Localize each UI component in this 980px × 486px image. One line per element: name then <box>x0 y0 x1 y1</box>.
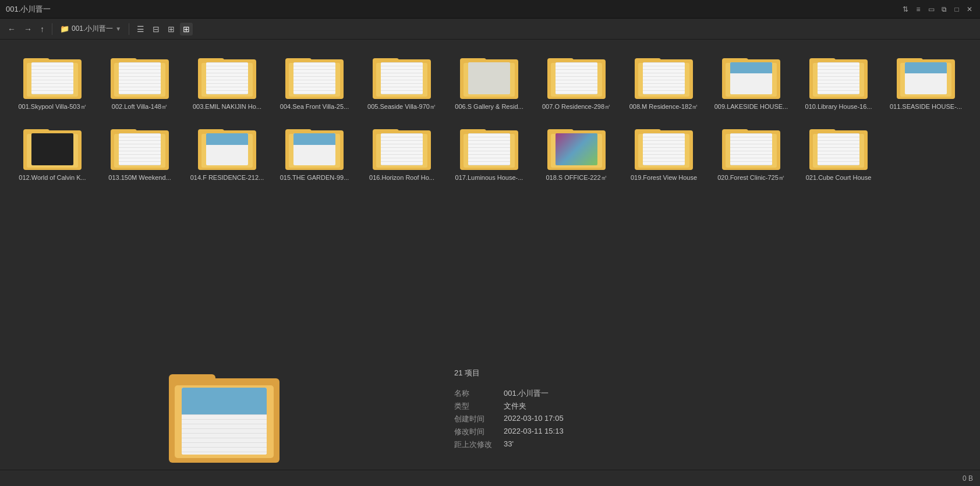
folder-label: 001.Skypool Villa-503㎡ <box>18 102 86 111</box>
folder-item[interactable]: 021.Cube Court House <box>798 120 879 185</box>
folder-icon <box>897 52 955 99</box>
folder-paper <box>293 133 335 165</box>
folder-label: 011.SEASIDE HOUSE-... <box>890 102 962 111</box>
back-button[interactable]: ← <box>5 23 19 36</box>
big-paper-image <box>182 388 267 414</box>
folder-label: 021.Cube Court House <box>806 173 872 182</box>
folder-item[interactable]: 006.S Gallery & Resid... <box>448 49 530 114</box>
separator-1 <box>52 23 52 35</box>
file-grid: 001.Skypool Villa-503㎡002.Loft Villa-148… <box>0 40 980 195</box>
folder-label: 009.LAKESIDE HOUSE... <box>714 102 788 111</box>
paper-top <box>206 133 248 144</box>
folder-item[interactable]: 015.THE GARDEN-99... <box>274 120 355 185</box>
folder-item[interactable]: 020.Forest Clinic-725㎡ <box>710 120 792 185</box>
folder-item[interactable]: 003.EMIL NAKIJIN Ho... <box>186 49 268 114</box>
folder-item[interactable]: 005.Seaside Villa-970㎡ <box>361 49 443 114</box>
sort-icon[interactable]: ⇅ <box>901 5 910 14</box>
folder-icon <box>285 123 344 170</box>
paper-content-lines <box>643 62 685 94</box>
folder-label: 016.Horizon Roof Ho... <box>369 173 434 182</box>
big-paper-lines <box>182 414 267 455</box>
paper-content-colorful <box>556 133 597 165</box>
folder-paper <box>206 133 248 165</box>
folder-paper <box>119 133 161 165</box>
folder-item[interactable]: 010.Library House-16... <box>798 49 879 114</box>
folder-item[interactable]: 008.M Residence-182㎡ <box>623 49 705 114</box>
big-folder-preview <box>169 364 280 463</box>
folder-icon <box>547 123 606 170</box>
paper-content-lines <box>818 133 859 165</box>
folder-item[interactable]: 009.LAKESIDE HOUSE... <box>710 49 792 114</box>
folder-label: 010.Library House-16... <box>805 102 872 111</box>
folder-item[interactable]: 007.O Residence-298㎡ <box>536 49 617 114</box>
titlebar-controls: ⇅ ≡ ▭ ⧉ □ ✕ <box>901 5 974 14</box>
name-label: 名称 <box>454 387 504 400</box>
folder-label: 018.S OFFICE-222㎡ <box>546 173 607 182</box>
folder-item[interactable]: 013.150M Weekend... <box>99 120 181 185</box>
folder-icon <box>722 123 780 170</box>
maximize-icon[interactable]: □ <box>952 5 961 14</box>
folder-label: 014.F RESIDENCE-212... <box>190 173 264 182</box>
paper-content-lines <box>643 133 685 165</box>
folder-item[interactable]: 019.Forest View House <box>623 120 705 185</box>
path-label: 📁 001.小川晋一 ▼ <box>57 22 124 36</box>
folder-item[interactable]: 011.SEASIDE HOUSE-... <box>885 49 967 114</box>
folder-icon <box>23 123 82 170</box>
paper-content-blue <box>293 133 335 165</box>
paper-top <box>730 62 772 73</box>
folder-icon <box>285 52 344 99</box>
paper-content-lines <box>119 62 161 94</box>
folder-item[interactable]: 001.Skypool Villa-503㎡ <box>12 49 93 114</box>
paper-content-lines <box>293 62 335 94</box>
folder-paper <box>730 133 772 165</box>
folder-label: 006.S Gallery & Resid... <box>455 102 523 111</box>
folder-label: 003.EMIL NAKIJIN Ho... <box>193 102 261 111</box>
preview-icon[interactable]: ▭ <box>926 5 936 14</box>
folder-paper <box>206 62 248 94</box>
list-view-icon[interactable]: ≡ <box>914 5 923 14</box>
folder-item[interactable]: 004.Sea Front Villa-25... <box>274 49 355 114</box>
paper-top <box>293 133 335 144</box>
folder-icon <box>635 52 693 99</box>
status-right: 0 B <box>963 474 973 483</box>
view-detail-btn[interactable]: ⊟ <box>150 23 162 36</box>
status-bar: 0 B <box>0 470 980 486</box>
folder-label: 007.O Residence-298㎡ <box>542 102 611 111</box>
last-modified-label: 距上次修改 <box>454 438 504 451</box>
view-tile-btn[interactable]: ⊞ <box>165 23 178 36</box>
paper-content-lines <box>31 62 73 94</box>
folder-label: 015.THE GARDEN-99... <box>280 173 349 182</box>
path-text: 001.小川晋一 <box>72 24 113 34</box>
name-value: 001.小川晋一 <box>504 387 575 400</box>
folder-item[interactable]: 014.F RESIDENCE-212... <box>186 120 268 185</box>
created-value: 2022-03-10 17:05 <box>504 413 575 425</box>
folder-paper <box>556 133 597 165</box>
folder-icon <box>722 52 780 99</box>
view-list-btn[interactable]: ☰ <box>134 23 147 36</box>
folder-item[interactable]: 002.Loft Villa-148㎡ <box>99 49 181 114</box>
forward-button[interactable]: → <box>21 23 35 36</box>
toolbar: ← → ↑ 📁 001.小川晋一 ▼ ☰ ⊟ ⊞ ⊞ <box>0 19 980 40</box>
up-button[interactable]: ↑ <box>37 23 47 36</box>
folder-icon <box>547 52 606 99</box>
folder-label: 020.Forest Clinic-725㎡ <box>717 173 785 182</box>
type-value: 文件夹 <box>504 400 575 413</box>
paper-content-lines <box>468 133 510 165</box>
folder-paper <box>730 62 772 94</box>
folder-item[interactable]: 018.S OFFICE-222㎡ <box>536 120 617 185</box>
close-icon[interactable]: ✕ <box>965 5 974 14</box>
last-modified-value: 33' <box>504 438 575 451</box>
dropdown-arrow[interactable]: ▼ <box>115 26 121 32</box>
view-grid-btn[interactable]: ⊞ <box>180 23 193 36</box>
folder-item[interactable]: 016.Horizon Roof Ho... <box>361 120 443 185</box>
modified-value: 2022-03-11 15:13 <box>504 425 575 438</box>
folder-item[interactable]: 012.World of Calvin K... <box>12 120 93 185</box>
paper-content-blue <box>730 62 772 94</box>
folder-label: 002.Loft Villa-148㎡ <box>112 102 168 111</box>
restore-icon[interactable]: ⧉ <box>939 5 949 14</box>
big-folder-icon <box>169 364 280 463</box>
folder-icon <box>111 52 169 99</box>
folder-icon <box>635 123 693 170</box>
folder-icon <box>23 52 82 99</box>
folder-item[interactable]: 017.Luminous House-... <box>448 120 530 185</box>
